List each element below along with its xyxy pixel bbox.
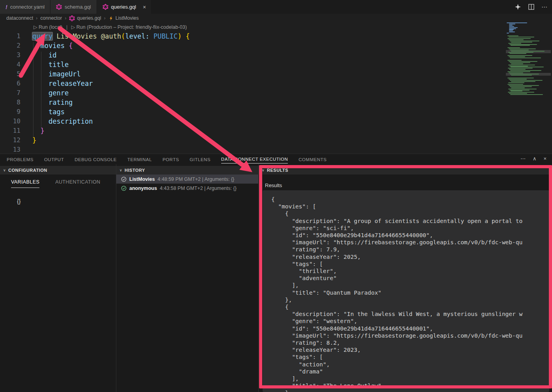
bottom-panel: PROBLEMSOUTPUTDEBUG CONSOLETERMINALPORTS…	[0, 154, 552, 392]
panel-close-icon[interactable]: ×	[543, 156, 546, 162]
panel-more-icon[interactable]: ⋯	[520, 156, 526, 162]
run-production-link[interactable]: ▷ Run (Production – Project: friendly-fl…	[71, 24, 187, 30]
editor-actions: ⋯	[514, 0, 548, 14]
breadcrumb-label: dataconnect	[6, 15, 33, 21]
tab-schema.gql[interactable]: schema.gql	[50, 0, 97, 14]
graphql-icon	[56, 4, 62, 10]
history-entry-anonymous[interactable]: anonymous4:43:58 PM GMT+2 | Arguments: {…	[116, 184, 258, 193]
breadcrumb-label: ListMovies	[116, 15, 139, 21]
panel-tab-problems[interactable]: PROBLEMS	[7, 155, 34, 163]
breadcrumb-separator: ›	[36, 15, 37, 21]
configuration-header[interactable]: ∨ CONFIGURATION	[0, 166, 116, 175]
line-number: 7	[0, 88, 32, 98]
line-number: 4	[0, 60, 32, 69]
symbol-icon	[108, 16, 114, 21]
panel-maximize-icon[interactable]: ∧	[533, 156, 537, 162]
more-actions-icon[interactable]: ⋯	[541, 4, 548, 11]
code-line-9[interactable]: 9 tags	[0, 107, 552, 117]
line-number: 2	[0, 41, 32, 50]
line-number: 8	[0, 98, 32, 107]
code-line-6[interactable]: 6 releaseYear	[0, 79, 552, 88]
code-line-2[interactable]: 2 movies {	[0, 41, 552, 50]
tab-queries.gql[interactable]: queries.gql×	[97, 0, 152, 14]
line-number: 10	[0, 117, 32, 126]
line-number: 13	[0, 145, 32, 154]
line-number: 6	[0, 79, 32, 88]
line-number: 12	[0, 136, 32, 145]
breadcrumb-label: queries.gql	[77, 15, 101, 21]
vscode-window: !connector.yaml schema.gql queries.gql× …	[0, 0, 552, 392]
results-json: { "movies": [ { "description": "A group …	[263, 190, 549, 392]
tab-label: queries.gql	[111, 4, 136, 10]
line-number: 9	[0, 107, 32, 117]
graphql-icon	[69, 15, 75, 21]
breadcrumb: dataconnect›connector› queries.gql› List…	[0, 14, 552, 22]
variables-value[interactable]: {}	[17, 198, 116, 204]
configuration-tabs: VARIABLES AUTHENTICATION	[11, 179, 116, 188]
code-line-10[interactable]: 10 description	[0, 117, 552, 126]
panel-tab-data-connect-execution[interactable]: DATA CONNECT EXECUTION	[221, 155, 288, 163]
breadcrumb-separator: ›	[104, 15, 106, 21]
minimap[interactable]	[506, 22, 551, 96]
close-icon[interactable]: ×	[143, 4, 146, 10]
chevron-down-icon: ∨	[3, 168, 6, 172]
code-line-13[interactable]: 13	[0, 145, 552, 154]
line-number: 11	[0, 126, 32, 136]
panel-tab-bar: PROBLEMSOUTPUTDEBUG CONSOLETERMINALPORTS…	[0, 154, 552, 164]
tab-variables[interactable]: VARIABLES	[11, 179, 39, 188]
yaml-warning-icon: !	[6, 4, 7, 10]
panel-tab-debug-console[interactable]: DEBUG CONSOLE	[75, 155, 117, 163]
tab-connector.yaml[interactable]: !connector.yaml	[0, 0, 50, 14]
results-json-card[interactable]: { "movies": [ { "description": "A group …	[263, 190, 549, 392]
code-line-11[interactable]: 11 }	[0, 126, 552, 136]
sparkle-icon[interactable]	[514, 4, 521, 11]
results-section: ∨ RESULTS Results { "movies": [ { "descr…	[259, 164, 552, 392]
history-section: ∨ HISTORY ListMovies4:48:59 PM GMT+2 | A…	[116, 164, 259, 392]
line-number: 3	[0, 50, 32, 60]
panel-tab-comments[interactable]: COMMENTS	[298, 155, 326, 163]
panel-tab-ports[interactable]: PORTS	[162, 155, 179, 163]
code-line-5[interactable]: 5 imageUrl	[0, 69, 552, 79]
code-line-4[interactable]: 4 title	[0, 60, 552, 69]
breadcrumb-separator: ›	[65, 15, 66, 21]
breadcrumb-item-connector[interactable]: connector	[40, 15, 62, 21]
history-entry-name: ListMovies	[129, 176, 155, 182]
code-line-7[interactable]: 7 genre	[0, 88, 552, 98]
configuration-title: CONFIGURATION	[8, 168, 47, 173]
chevron-down-icon: ∨	[262, 168, 265, 172]
tab-label: schema.gql	[65, 4, 91, 10]
history-entry-name: anonymous	[129, 186, 157, 191]
results-header[interactable]: ∨ RESULTS	[259, 166, 552, 175]
codelens-separator: |	[66, 24, 67, 30]
code-editor[interactable]: ▷ Run (local) | ▷ Run (Production – Proj…	[0, 22, 552, 154]
panel-tab-output[interactable]: OUTPUT	[44, 155, 64, 163]
configuration-section: ∨ CONFIGURATION VARIABLES AUTHENTICATION…	[0, 164, 116, 392]
editor-tab-bar: !connector.yaml schema.gql queries.gql× …	[0, 0, 552, 14]
code-line-12[interactable]: 12}	[0, 136, 552, 145]
check-circle-icon	[121, 186, 127, 191]
breadcrumb-item-queries.gql[interactable]: queries.gql	[69, 15, 101, 21]
line-number: 5	[0, 69, 32, 79]
codelens-row: ▷ Run (local) | ▷ Run (Production – Proj…	[34, 24, 552, 30]
tab-authentication[interactable]: AUTHENTICATION	[55, 179, 100, 188]
code-line-3[interactable]: 3 id	[0, 50, 552, 60]
breadcrumb-item-dataconnect[interactable]: dataconnect	[6, 15, 33, 21]
panel-tab-gitlens[interactable]: GITLENS	[190, 155, 211, 163]
history-entry-meta: 4:48:59 PM GMT+2 | Arguments: {}	[158, 176, 235, 182]
code-lines: 1query ListMovies @auth(level: PUBLIC) {…	[0, 32, 552, 154]
results-label: Results	[265, 182, 552, 188]
tab-label: connector.yaml	[10, 4, 45, 10]
history-entry-ListMovies[interactable]: ListMovies4:48:59 PM GMT+2 | Arguments: …	[116, 175, 258, 184]
breadcrumb-item-ListMovies[interactable]: ListMovies	[108, 15, 139, 21]
panel-tab-terminal[interactable]: TERMINAL	[127, 155, 152, 163]
graphql-icon	[103, 4, 108, 10]
split-editor-icon[interactable]	[528, 4, 535, 11]
chevron-down-icon: ∨	[119, 168, 122, 172]
history-header[interactable]: ∨ HISTORY	[116, 166, 258, 175]
line-number: 1	[0, 32, 32, 41]
history-entry-meta: 4:43:58 PM GMT+2 | Arguments: {}	[160, 186, 237, 191]
code-line-1[interactable]: 1query ListMovies @auth(level: PUBLIC) {	[0, 32, 552, 41]
breadcrumb-label: connector	[40, 15, 62, 21]
code-line-8[interactable]: 8 rating	[0, 98, 552, 107]
run-local-link[interactable]: ▷ Run (local)	[34, 24, 63, 30]
